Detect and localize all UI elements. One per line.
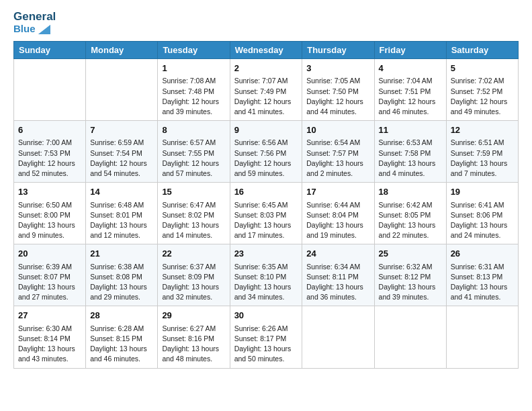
calendar-cell: 24Sunrise: 6:34 AM Sunset: 8:11 PM Dayli… bbox=[302, 244, 374, 306]
calendar-cell: 23Sunrise: 6:35 AM Sunset: 8:10 PM Dayli… bbox=[230, 244, 302, 306]
day-number: 8 bbox=[162, 124, 225, 136]
day-info: Sunrise: 6:26 AM Sunset: 8:17 PM Dayligh… bbox=[234, 324, 298, 365]
calendar-cell: 26Sunrise: 6:31 AM Sunset: 8:13 PM Dayli… bbox=[446, 244, 518, 306]
weekday-header: Saturday bbox=[446, 42, 518, 59]
calendar-cell: 16Sunrise: 6:45 AM Sunset: 8:03 PM Dayli… bbox=[230, 183, 302, 244]
svg-marker-1 bbox=[38, 25, 50, 34]
calendar-cell bbox=[374, 306, 446, 368]
day-info: Sunrise: 6:27 AM Sunset: 8:16 PM Dayligh… bbox=[162, 324, 225, 365]
calendar-table: SundayMondayTuesdayWednesdayThursdayFrid… bbox=[13, 41, 519, 368]
day-info: Sunrise: 6:54 AM Sunset: 7:57 PM Dayligh… bbox=[306, 138, 369, 179]
day-number: 25 bbox=[379, 248, 442, 260]
day-number: 7 bbox=[90, 124, 153, 136]
day-number: 28 bbox=[90, 310, 153, 322]
day-number: 27 bbox=[18, 310, 81, 322]
calendar-cell: 30Sunrise: 6:26 AM Sunset: 8:17 PM Dayli… bbox=[230, 306, 302, 368]
day-info: Sunrise: 7:05 AM Sunset: 7:50 PM Dayligh… bbox=[306, 76, 369, 117]
day-number: 6 bbox=[18, 124, 81, 136]
day-info: Sunrise: 6:32 AM Sunset: 8:12 PM Dayligh… bbox=[379, 262, 442, 303]
day-number: 17 bbox=[306, 186, 369, 198]
day-number: 18 bbox=[379, 186, 442, 198]
page: GeneralBlue SundayMondayTuesdayWednesday… bbox=[0, 0, 532, 411]
day-info: Sunrise: 6:39 AM Sunset: 8:07 PM Dayligh… bbox=[18, 262, 81, 303]
day-info: Sunrise: 6:45 AM Sunset: 8:03 PM Dayligh… bbox=[234, 200, 298, 241]
calendar-cell: 6Sunrise: 7:00 AM Sunset: 7:53 PM Daylig… bbox=[14, 121, 86, 183]
day-number: 21 bbox=[90, 248, 153, 260]
day-number: 4 bbox=[379, 62, 442, 75]
calendar-cell: 17Sunrise: 6:44 AM Sunset: 8:04 PM Dayli… bbox=[302, 183, 374, 244]
day-number: 5 bbox=[451, 62, 514, 75]
day-info: Sunrise: 6:48 AM Sunset: 8:01 PM Dayligh… bbox=[90, 200, 153, 241]
day-info: Sunrise: 6:47 AM Sunset: 8:02 PM Dayligh… bbox=[162, 200, 225, 241]
day-number: 22 bbox=[162, 248, 225, 260]
weekday-header: Monday bbox=[86, 42, 158, 59]
day-number: 13 bbox=[18, 186, 81, 198]
day-info: Sunrise: 6:50 AM Sunset: 8:00 PM Dayligh… bbox=[18, 200, 81, 241]
calendar-week-row: 1Sunrise: 7:08 AM Sunset: 7:48 PM Daylig… bbox=[14, 59, 519, 121]
calendar-cell: 18Sunrise: 6:42 AM Sunset: 8:05 PM Dayli… bbox=[374, 183, 446, 244]
weekday-header-row: SundayMondayTuesdayWednesdayThursdayFrid… bbox=[14, 42, 519, 59]
day-info: Sunrise: 6:51 AM Sunset: 7:59 PM Dayligh… bbox=[451, 138, 514, 179]
day-number: 15 bbox=[162, 186, 225, 198]
day-info: Sunrise: 6:57 AM Sunset: 7:55 PM Dayligh… bbox=[162, 138, 225, 179]
day-info: Sunrise: 7:00 AM Sunset: 7:53 PM Dayligh… bbox=[18, 138, 81, 179]
day-info: Sunrise: 6:38 AM Sunset: 8:08 PM Dayligh… bbox=[90, 262, 153, 303]
day-info: Sunrise: 6:34 AM Sunset: 8:11 PM Dayligh… bbox=[306, 262, 369, 303]
calendar-cell: 4Sunrise: 7:04 AM Sunset: 7:51 PM Daylig… bbox=[374, 59, 446, 121]
header: GeneralBlue bbox=[13, 11, 519, 34]
day-number: 9 bbox=[234, 124, 298, 136]
day-number: 29 bbox=[162, 310, 225, 322]
day-info: Sunrise: 6:31 AM Sunset: 8:13 PM Dayligh… bbox=[451, 262, 514, 303]
calendar-cell: 10Sunrise: 6:54 AM Sunset: 7:57 PM Dayli… bbox=[302, 121, 374, 183]
calendar-cell: 13Sunrise: 6:50 AM Sunset: 8:00 PM Dayli… bbox=[14, 183, 86, 244]
calendar-cell bbox=[14, 59, 86, 121]
day-number: 12 bbox=[451, 124, 514, 136]
day-info: Sunrise: 7:04 AM Sunset: 7:51 PM Dayligh… bbox=[379, 76, 442, 117]
day-number: 26 bbox=[451, 248, 514, 260]
calendar-week-row: 27Sunrise: 6:30 AM Sunset: 8:14 PM Dayli… bbox=[14, 306, 519, 368]
day-number: 16 bbox=[234, 186, 298, 198]
calendar-cell: 21Sunrise: 6:38 AM Sunset: 8:08 PM Dayli… bbox=[86, 244, 158, 306]
calendar-cell: 9Sunrise: 6:56 AM Sunset: 7:56 PM Daylig… bbox=[230, 121, 302, 183]
calendar-week-row: 6Sunrise: 7:00 AM Sunset: 7:53 PM Daylig… bbox=[14, 121, 519, 183]
weekday-header: Sunday bbox=[14, 42, 86, 59]
day-info: Sunrise: 6:59 AM Sunset: 7:54 PM Dayligh… bbox=[90, 138, 153, 179]
day-info: Sunrise: 7:07 AM Sunset: 7:49 PM Dayligh… bbox=[234, 76, 298, 117]
calendar-cell: 1Sunrise: 7:08 AM Sunset: 7:48 PM Daylig… bbox=[158, 59, 230, 121]
day-info: Sunrise: 6:53 AM Sunset: 7:58 PM Dayligh… bbox=[379, 138, 442, 179]
day-info: Sunrise: 7:08 AM Sunset: 7:48 PM Dayligh… bbox=[162, 76, 225, 117]
day-info: Sunrise: 6:30 AM Sunset: 8:14 PM Dayligh… bbox=[18, 324, 81, 365]
day-number: 10 bbox=[306, 124, 369, 136]
day-number: 11 bbox=[379, 124, 442, 136]
calendar-cell: 15Sunrise: 6:47 AM Sunset: 8:02 PM Dayli… bbox=[158, 183, 230, 244]
calendar-cell: 2Sunrise: 7:07 AM Sunset: 7:49 PM Daylig… bbox=[230, 59, 302, 121]
day-info: Sunrise: 6:37 AM Sunset: 8:09 PM Dayligh… bbox=[162, 262, 225, 303]
day-number: 19 bbox=[451, 186, 514, 198]
calendar-cell: 19Sunrise: 6:41 AM Sunset: 8:06 PM Dayli… bbox=[446, 183, 518, 244]
calendar-cell bbox=[86, 59, 158, 121]
day-number: 20 bbox=[18, 248, 81, 260]
day-number: 14 bbox=[90, 186, 153, 198]
calendar-cell: 7Sunrise: 6:59 AM Sunset: 7:54 PM Daylig… bbox=[86, 121, 158, 183]
calendar-cell: 22Sunrise: 6:37 AM Sunset: 8:09 PM Dayli… bbox=[158, 244, 230, 306]
logo: GeneralBlue bbox=[13, 11, 56, 34]
calendar-week-row: 13Sunrise: 6:50 AM Sunset: 8:00 PM Dayli… bbox=[14, 183, 519, 244]
calendar-cell bbox=[446, 306, 518, 368]
calendar-cell: 12Sunrise: 6:51 AM Sunset: 7:59 PM Dayli… bbox=[446, 121, 518, 183]
calendar-cell: 25Sunrise: 6:32 AM Sunset: 8:12 PM Dayli… bbox=[374, 244, 446, 306]
day-info: Sunrise: 6:35 AM Sunset: 8:10 PM Dayligh… bbox=[234, 262, 298, 303]
calendar-cell: 27Sunrise: 6:30 AM Sunset: 8:14 PM Dayli… bbox=[14, 306, 86, 368]
calendar-week-row: 20Sunrise: 6:39 AM Sunset: 8:07 PM Dayli… bbox=[14, 244, 519, 306]
day-info: Sunrise: 6:41 AM Sunset: 8:06 PM Dayligh… bbox=[451, 200, 514, 241]
calendar-cell: 3Sunrise: 7:05 AM Sunset: 7:50 PM Daylig… bbox=[302, 59, 374, 121]
day-number: 30 bbox=[234, 310, 298, 322]
calendar-cell: 14Sunrise: 6:48 AM Sunset: 8:01 PM Dayli… bbox=[86, 183, 158, 244]
day-info: Sunrise: 6:42 AM Sunset: 8:05 PM Dayligh… bbox=[379, 200, 442, 241]
weekday-header: Thursday bbox=[302, 42, 374, 59]
calendar-cell: 11Sunrise: 6:53 AM Sunset: 7:58 PM Dayli… bbox=[374, 121, 446, 183]
weekday-header: Tuesday bbox=[158, 42, 230, 59]
day-number: 2 bbox=[234, 62, 298, 75]
calendar-cell: 20Sunrise: 6:39 AM Sunset: 8:07 PM Dayli… bbox=[14, 244, 86, 306]
calendar-cell: 28Sunrise: 6:28 AM Sunset: 8:15 PM Dayli… bbox=[86, 306, 158, 368]
day-number: 23 bbox=[234, 248, 298, 260]
